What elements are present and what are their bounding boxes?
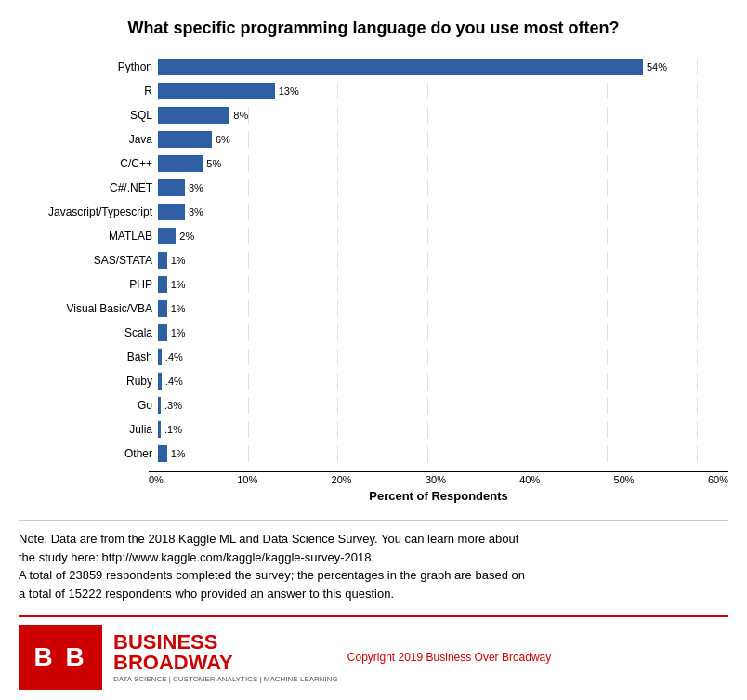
bar-value: 8%: [233, 110, 248, 121]
bar-container: 13%: [158, 83, 728, 99]
bar-label: Go: [28, 399, 158, 412]
grid-line: [607, 131, 608, 148]
bar: [158, 83, 275, 99]
bar-label: Javascript/Typescript: [28, 205, 158, 218]
grid-line: [697, 155, 698, 172]
grid-line: [248, 276, 249, 293]
grid-line: [248, 252, 249, 269]
bar-label: Java: [28, 133, 158, 146]
grid-line: [697, 300, 698, 317]
grid-line: [337, 445, 338, 462]
bar-value: 1%: [171, 279, 186, 290]
x-tick: 30%: [426, 474, 446, 485]
grid-line: [518, 300, 518, 317]
bar-value: 1%: [171, 255, 186, 266]
grid-line: [248, 131, 249, 148]
bar-row: Visual Basic/VBA1%: [28, 298, 728, 319]
grid-line: [337, 155, 338, 172]
bar-container: 3%: [158, 204, 728, 220]
grid-line: [337, 373, 338, 390]
grid-line: [427, 445, 428, 462]
x-tick: 50%: [614, 474, 635, 485]
grid-line: [607, 373, 608, 390]
bar: [158, 397, 161, 414]
bar-value: 3%: [189, 206, 203, 218]
grid-line: [518, 276, 518, 293]
bar-label: SAS/STATA: [28, 254, 158, 267]
grid-line: [607, 445, 608, 462]
bar-row: C#/.NET3%: [28, 178, 728, 198]
grid-line: [248, 179, 249, 196]
bar-label: Scala: [28, 326, 158, 339]
grid-line: [518, 252, 518, 269]
bar-label: C#/.NET: [28, 181, 158, 194]
bar-value: 2%: [179, 231, 194, 242]
grid-line: [427, 276, 428, 293]
grid-line: [518, 179, 518, 196]
grid-line: [518, 155, 518, 172]
grid-line: [248, 300, 249, 317]
x-axis-area: 0%10%20%30%40%50%60%: [19, 471, 728, 485]
bar-container: 1%: [158, 324, 728, 341]
bar-value: 1%: [171, 448, 186, 459]
bar-value: .4%: [165, 376, 183, 387]
grid-line: [607, 204, 608, 220]
grid-line: [337, 179, 338, 196]
x-tick: 0%: [149, 474, 164, 485]
grid-line: [337, 324, 338, 341]
footer: B B BUSINESS BROADWAY DATA SCIENCE | CUS…: [19, 615, 728, 690]
x-tick: 10%: [237, 474, 257, 485]
bar-value: 13%: [279, 86, 299, 97]
grid-line: [607, 155, 608, 172]
bar-row: Ruby.4%: [28, 371, 728, 391]
grid-line: [518, 204, 518, 220]
grid-line: [697, 397, 698, 414]
bar: [158, 421, 161, 438]
bar-label: Other: [28, 447, 158, 460]
grid-line: [697, 107, 698, 124]
grid-line: [248, 204, 249, 220]
logo-box: B B: [19, 625, 102, 690]
bar-container: 1%: [158, 445, 728, 462]
company-business: BUSINESS: [113, 632, 338, 653]
bar-label: C/C++: [28, 157, 158, 170]
bar-row: R13%: [28, 81, 728, 101]
bar: [158, 131, 212, 148]
bar-container: .4%: [158, 349, 728, 365]
grid-line: [427, 300, 428, 317]
grid-line: [427, 107, 428, 124]
bar-row: Go.3%: [28, 395, 728, 416]
grid-line: [518, 445, 518, 462]
bar-value: 54%: [647, 61, 667, 73]
company-name: BUSINESS BROADWAY DATA SCIENCE | CUSTOME…: [113, 632, 338, 683]
grid-line: [518, 83, 518, 99]
bar: [158, 59, 643, 75]
grid-line: [248, 228, 249, 244]
grid-line: [337, 83, 338, 99]
note-line2: the study here: http://www.kaggle.com/ka…: [19, 550, 374, 564]
bar-container: 5%: [158, 155, 728, 172]
x-axis-label: Percent of Respondents: [149, 489, 728, 503]
grid-line: [518, 421, 518, 438]
x-tick: 60%: [708, 474, 728, 485]
note-line4: a total of 15222 respondents who provide…: [19, 587, 394, 601]
bar: [158, 179, 185, 196]
x-tick: 20%: [332, 474, 352, 485]
bar-row: Python54%: [28, 57, 728, 77]
bar-label: SQL: [28, 109, 158, 122]
note-section: Note: Data are from the 2018 Kaggle ML a…: [19, 520, 728, 602]
grid-line: [427, 228, 428, 244]
grid-line: [518, 373, 518, 390]
bar-label: R: [28, 85, 158, 98]
bar-label: Visual Basic/VBA: [28, 302, 158, 315]
grid-line: [697, 83, 698, 99]
footer-logo-container: BUSINESS BROADWAY DATA SCIENCE | CUSTOME…: [113, 632, 338, 683]
grid-line: [337, 131, 338, 148]
grid-line: [248, 373, 249, 390]
bar-label: PHP: [28, 278, 158, 291]
grid-line: [427, 83, 428, 99]
grid-line: [518, 228, 518, 244]
grid-line: [697, 445, 698, 462]
grid-line: [337, 252, 338, 269]
bar-value: 5%: [206, 158, 221, 169]
